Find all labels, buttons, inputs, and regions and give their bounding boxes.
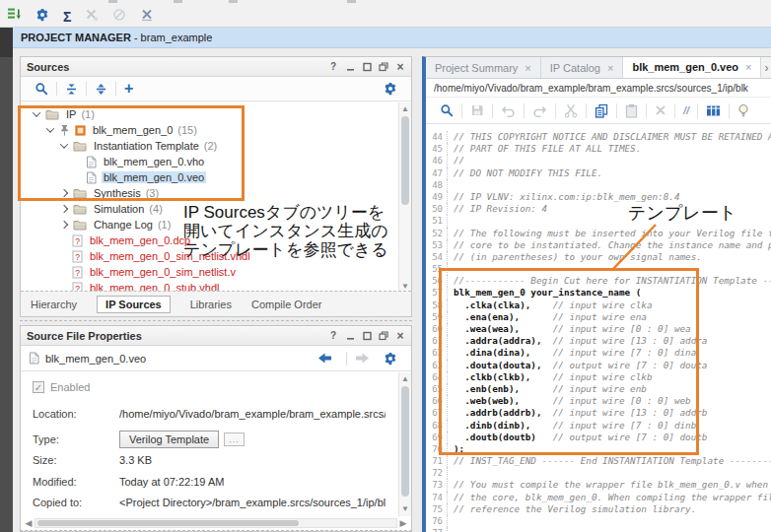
properties-scrollbar[interactable]: ▲ ▼: [398, 372, 411, 516]
tree-item-blk-mem-gen-0-sim-netlist-v[interactable]: ?blk_mem_gen_0_sim_netlist.v: [22, 264, 398, 280]
scroll-up-icon[interactable]: ▲: [399, 373, 411, 385]
editor-toolbar: //: [426, 98, 771, 124]
settings-icon[interactable]: [35, 8, 49, 26]
line-text: .addra(addra), // input wire [13 : 0] ad…: [448, 335, 707, 347]
columns-icon[interactable]: [706, 104, 721, 117]
property-label: Type:: [33, 433, 119, 445]
line-number: 62: [426, 347, 448, 359]
close-icon[interactable]: ×: [395, 330, 405, 342]
scroll-left-icon[interactable]: ◀: [23, 518, 35, 528]
tree-item-instantiation-template[interactable]: Instantiation Template(2): [22, 138, 398, 154]
comment-icon[interactable]: //: [683, 104, 689, 116]
tab-overflow-icon[interactable]: ›: [761, 57, 771, 78]
tab-compile-order[interactable]: Compile Order: [251, 299, 322, 310]
settings-icon[interactable]: [384, 82, 397, 96]
sum-icon[interactable]: Σ: [63, 9, 71, 25]
tree-item-blk-mem-gen-0-vho[interactable]: blk_mem_gen_0.vho: [22, 154, 398, 169]
line-number: 70: [426, 443, 448, 455]
tree-item-label: blk_mem_gen_0.vho: [102, 156, 206, 167]
qfile-icon: ?: [72, 250, 83, 263]
gear-icon[interactable]: [384, 352, 397, 366]
toolbar-remnant: [108, 0, 117, 3]
close-icon[interactable]: ×: [607, 62, 613, 74]
tab-hierarchy[interactable]: Hierarchy: [31, 299, 77, 310]
sources-panel: Sources ?× + IP(1)blk_mem_gen_0(15)Insta…: [20, 56, 412, 317]
expand-chevron-icon[interactable]: [60, 221, 68, 229]
maximize-icon[interactable]: [362, 61, 372, 73]
tab-ip-sources[interactable]: IP Sources: [97, 296, 171, 313]
expand-chevron-icon[interactable]: [60, 189, 68, 197]
delete-icon[interactable]: [655, 104, 666, 116]
forward-arrow-icon[interactable]: [355, 352, 370, 365]
minimize-icon[interactable]: [345, 61, 355, 73]
scrollbar-thumb[interactable]: [401, 386, 409, 497]
folder-icon: [73, 141, 87, 152]
save-icon[interactable]: [470, 103, 484, 117]
help-icon[interactable]: ?: [328, 330, 338, 342]
float-icon[interactable]: [379, 61, 388, 73]
collapse-chevron-icon[interactable]: [46, 124, 54, 132]
line-text: // PART OF THIS FILE AT ALL TIMES.: [448, 143, 641, 155]
code-line-65: 65 .enb(enb), // input wire enb: [426, 383, 771, 395]
tree-item-blk-mem-gen-0[interactable]: blk_mem_gen_0(15): [22, 122, 398, 138]
float-icon[interactable]: [379, 330, 388, 342]
editor-tab-project-summary[interactable]: Project Summary×: [426, 57, 541, 78]
tree-item-synthesis[interactable]: Synthesis(3): [22, 185, 398, 201]
lightbulb-icon[interactable]: [737, 103, 749, 118]
code-area[interactable]: 44// THIS COPYRIGHT NOTICE AND DISCLAIME…: [426, 125, 771, 532]
back-arrow-icon[interactable]: [317, 352, 332, 365]
scrollbar-thumb[interactable]: [37, 520, 299, 526]
properties-horizontal-scrollbar[interactable]: ◀ ▶: [23, 517, 409, 529]
collapse-chevron-icon[interactable]: [60, 140, 68, 148]
search-icon[interactable]: [35, 82, 48, 96]
maximize-icon[interactable]: [362, 330, 372, 342]
percent-disabled-icon[interactable]: [85, 8, 99, 26]
add-icon[interactable]: +: [124, 83, 133, 95]
folder-icon: [73, 188, 87, 199]
property-value: 3.3 KB: [119, 454, 152, 466]
scroll-down-icon[interactable]: ▼: [399, 503, 411, 515]
scrollbar-thumb[interactable]: [401, 116, 409, 205]
line-number: 56: [426, 275, 448, 287]
close-disabled-icon[interactable]: [140, 8, 154, 26]
enabled-checkbox[interactable]: ✓: [33, 381, 44, 393]
paste-icon[interactable]: [625, 103, 638, 118]
tab-libraries[interactable]: Libraries: [190, 299, 232, 310]
search-icon[interactable]: [440, 103, 454, 117]
expand-all-icon[interactable]: [95, 83, 107, 96]
code-line-61: 61 .addra(addra), // input wire [13 : 0]…: [426, 335, 771, 347]
sources-tree-scrollbar[interactable]: ▲ ▼: [398, 102, 411, 294]
minimize-icon[interactable]: [345, 330, 355, 342]
collapse-chevron-icon[interactable]: [33, 108, 40, 116]
editor-panel: Project Summary×IP Catalog×blk_mem_gen_0…: [422, 56, 771, 532]
close-icon[interactable]: ×: [525, 62, 530, 74]
property-label: Copied to:: [33, 497, 119, 508]
editor-annotation-text: テンプレート: [628, 201, 736, 225]
scroll-right-icon[interactable]: ▶: [397, 518, 409, 528]
editor-tab-ip-catalog[interactable]: IP Catalog×: [541, 57, 624, 78]
help-icon[interactable]: ?: [328, 61, 338, 73]
cut-icon[interactable]: [564, 103, 578, 118]
folder-icon: [45, 109, 59, 120]
copy-icon[interactable]: [595, 103, 608, 118]
undo-icon[interactable]: [501, 104, 516, 117]
line-number: 49: [426, 191, 448, 203]
slash-disabled-icon[interactable]: [112, 8, 126, 26]
editor-tab-blk-mem-gen-0-veo[interactable]: blk_mem_gen_0.veo×: [623, 57, 761, 78]
tree-item-ip[interactable]: IP(1): [22, 106, 398, 122]
collapsed-sidebar-tab[interactable]: [0, 28, 13, 57]
expand-chevron-icon[interactable]: [60, 205, 68, 213]
redo-icon[interactable]: [532, 104, 547, 117]
close-icon[interactable]: ×: [745, 61, 751, 73]
tree-item-blk-mem-gen-0-veo[interactable]: blk_mem_gen_0.veo: [22, 169, 398, 185]
close-icon[interactable]: ×: [395, 61, 405, 73]
scroll-up-icon[interactable]: ▲: [399, 103, 411, 115]
annotation-line: IP Sourcesタブのツリーを: [183, 203, 388, 222]
panel-splitter[interactable]: [20, 530, 412, 531]
panel-splitter[interactable]: [20, 320, 412, 321]
type-button[interactable]: Verilog Template: [119, 431, 219, 448]
more-button[interactable]: ...: [224, 432, 245, 446]
collapse-all-icon[interactable]: [65, 83, 78, 96]
line-number: 72: [426, 467, 448, 479]
run-report-icon[interactable]: [7, 7, 22, 27]
